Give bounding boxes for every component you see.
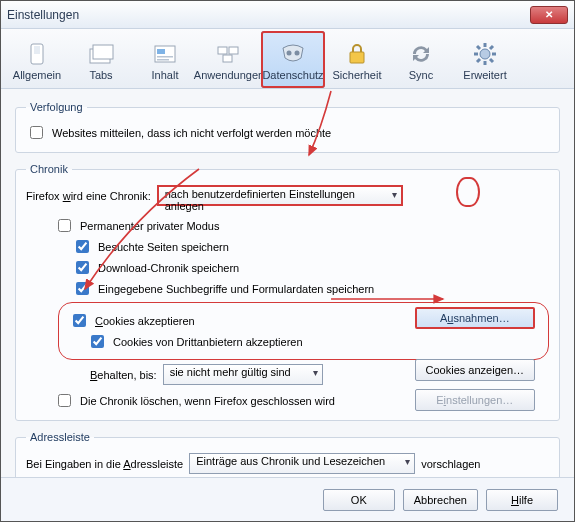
remember-pages-label: Besuchte Seiten speichern: [98, 241, 229, 253]
tab-applications[interactable]: Anwendungen: [197, 31, 261, 88]
tab-apps-label: Anwendungen: [194, 69, 264, 81]
locationbar-select[interactable]: Einträge aus Chronik und Lesezeichen: [189, 453, 415, 474]
mask-icon: [279, 41, 307, 67]
accept-cookies-checkbox[interactable]: [73, 314, 86, 327]
permanent-pb-checkbox[interactable]: [58, 219, 71, 232]
history-legend: Chronik: [26, 163, 72, 175]
svg-line-21: [490, 46, 493, 49]
svg-rect-9: [229, 47, 238, 54]
tab-content-label: Inhalt: [152, 69, 179, 81]
history-group: Chronik Firefox wird eine Chronik: nach …: [15, 163, 560, 421]
lock-icon: [343, 41, 371, 67]
tab-sync[interactable]: Sync: [389, 31, 453, 88]
svg-line-22: [477, 59, 480, 62]
sync-icon: [407, 41, 435, 67]
clear-on-close-label: Die Chronik löschen, wenn Firefox geschl…: [80, 395, 335, 407]
third-party-cookies-checkbox[interactable]: [91, 335, 104, 348]
svg-rect-6: [157, 56, 173, 58]
locationbar-suffix: vorschlagen: [421, 458, 480, 470]
remember-downloads-label: Download-Chronik speichern: [98, 262, 239, 274]
tab-advanced[interactable]: Erweitert: [453, 31, 517, 88]
third-party-cookies-label: Cookies von Drittanbietern akzeptieren: [113, 336, 303, 348]
remember-downloads-checkbox[interactable]: [76, 261, 89, 274]
clear-settings-button[interactable]: Einstellungen…: [415, 389, 535, 411]
ok-button[interactable]: OK: [323, 489, 395, 511]
settings-window: Einstellungen ✕ Allgemein Tabs Inhalt An…: [0, 0, 575, 522]
show-cookies-button[interactable]: Cookies anzeigen…: [415, 359, 535, 381]
svg-rect-10: [223, 55, 232, 62]
tracking-group: Verfolgung Websites mitteilen, dass ich …: [15, 101, 560, 153]
history-mode-value: nach benutzerdefinierten Einstellungen a…: [165, 188, 355, 212]
remember-pages-checkbox[interactable]: [76, 240, 89, 253]
keep-until-value: sie nicht mehr gültig sind: [170, 366, 291, 378]
tracking-legend: Verfolgung: [26, 101, 87, 113]
keep-until-label: Behalten, bis:: [90, 369, 157, 381]
svg-line-20: [490, 59, 493, 62]
apps-icon: [215, 41, 243, 67]
cancel-button[interactable]: Abbrechen: [403, 489, 478, 511]
keep-until-select[interactable]: sie nicht mehr gültig sind: [163, 364, 323, 385]
svg-rect-13: [350, 52, 364, 63]
switch-icon: [23, 41, 51, 67]
svg-rect-3: [93, 45, 113, 59]
window-title: Einstellungen: [7, 8, 79, 22]
tab-privacy[interactable]: Datenschutz: [261, 31, 325, 88]
svg-point-14: [480, 49, 490, 59]
svg-line-19: [477, 46, 480, 49]
tab-general[interactable]: Allgemein: [5, 31, 69, 88]
titlebar: Einstellungen ✕: [1, 1, 574, 29]
category-toolbar: Allgemein Tabs Inhalt Anwendungen Datens…: [1, 29, 574, 89]
locationbar-value: Einträge aus Chronik und Lesezeichen: [196, 455, 385, 467]
permanent-pb-label: Permanenter privater Modus: [80, 220, 219, 232]
tab-content[interactable]: Inhalt: [133, 31, 197, 88]
svg-point-12: [295, 50, 300, 55]
locationbar-label: Bei Eingaben in die Adressleiste: [26, 458, 183, 470]
panel-body: Verfolgung Websites mitteilen, dass ich …: [1, 89, 574, 503]
annotation-oval: [456, 177, 480, 207]
svg-rect-5: [157, 49, 165, 54]
svg-rect-8: [218, 47, 227, 54]
history-mode-select[interactable]: nach benutzerdefinierten Einstellungen a…: [157, 185, 403, 206]
tabs-icon: [87, 41, 115, 67]
accept-cookies-label: Cookies akzeptieren: [95, 315, 195, 327]
exceptions-button[interactable]: Ausnahmen…: [415, 307, 535, 329]
tab-sync-label: Sync: [409, 69, 433, 81]
remember-form-label: Eingegebene Suchbegriffe und Formulardat…: [98, 283, 374, 295]
locationbar-legend: Adressleiste: [26, 431, 94, 443]
close-button[interactable]: ✕: [530, 6, 568, 24]
content-icon: [151, 41, 179, 67]
svg-rect-7: [157, 59, 169, 61]
dialog-footer: OK Abbrechen Hilfe: [1, 477, 574, 521]
remember-form-checkbox[interactable]: [76, 282, 89, 295]
tab-general-label: Allgemein: [13, 69, 61, 81]
tab-privacy-label: Datenschutz: [262, 69, 323, 81]
svg-point-11: [287, 50, 292, 55]
clear-on-close-checkbox[interactable]: [58, 394, 71, 407]
gear-icon: [471, 41, 499, 67]
tab-tabs[interactable]: Tabs: [69, 31, 133, 88]
tab-tabs-label: Tabs: [89, 69, 112, 81]
dnt-label: Websites mitteilen, dass ich nicht verfo…: [52, 127, 331, 139]
dnt-checkbox[interactable]: [30, 126, 43, 139]
tab-advanced-label: Erweitert: [463, 69, 506, 81]
tab-security-label: Sicherheit: [333, 69, 382, 81]
svg-rect-1: [34, 46, 40, 54]
history-mode-label: Firefox wird eine Chronik:: [26, 190, 151, 202]
help-button[interactable]: Hilfe: [486, 489, 558, 511]
tab-security[interactable]: Sicherheit: [325, 31, 389, 88]
